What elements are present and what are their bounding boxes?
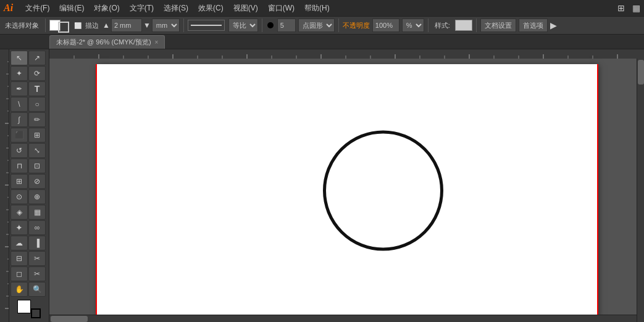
stroke-color-swatch[interactable]	[31, 308, 41, 318]
opacity-unit-select[interactable]: %	[402, 19, 424, 32]
stroke-style-select[interactable]: 等比	[228, 19, 258, 32]
perspective-btn[interactable]: ⊙	[10, 189, 28, 204]
tool-row-14: ⊟ ✂	[10, 251, 48, 266]
live-paint-btn[interactable]: ⊘	[28, 174, 46, 189]
menu-edit[interactable]: 编辑(E)	[54, 2, 89, 15]
point-input[interactable]	[277, 19, 296, 32]
shape-builder-btn[interactable]: ⊞	[10, 174, 28, 189]
tool-row-16: ✋ 🔍	[10, 282, 48, 297]
stroke-icon: ⬜	[74, 22, 82, 29]
color-section	[10, 300, 48, 318]
style-label: 样式:	[432, 21, 453, 30]
document-tab[interactable]: 未标题-2* @ 96% (CMYK/预览) ×	[49, 35, 165, 49]
opacity-label: 不透明度	[343, 21, 370, 30]
toolbar-more-btn[interactable]: ▶	[550, 20, 557, 30]
toolbox: ↖ ↗ ✦ ⟳ ✒ T \ ○ ∫ ✏ ⬛ ⊞	[9, 49, 49, 322]
stroke-up-arrow[interactable]: ▲	[102, 21, 110, 30]
circle-shape[interactable]	[323, 130, 443, 250]
tool-row-4: \ ○	[10, 97, 48, 112]
tool-row-10: ⊙ ⊕	[10, 189, 48, 204]
eyedropper-btn[interactable]: ✦	[10, 220, 28, 235]
magic-wand-btn[interactable]: ✦	[10, 66, 28, 81]
mesh-btn[interactable]: ⊕	[28, 189, 46, 204]
tool-row-1: ↖ ↗	[10, 51, 48, 65]
slice-btn[interactable]: ✂	[28, 251, 46, 266]
menu-window[interactable]: 窗口(W)	[263, 2, 299, 15]
shaper-btn[interactable]: ⊞	[28, 128, 46, 142]
scrollbar-thumb[interactable]	[638, 60, 644, 85]
tab-close-btn[interactable]: ×	[155, 39, 159, 46]
fill-color-swatch[interactable]	[17, 300, 31, 313]
tool-row-7: ↺ ⤡	[10, 143, 48, 158]
pencil-btn[interactable]: ✏	[28, 112, 46, 127]
vertical-scrollbar[interactable]	[637, 59, 644, 322]
type-btn[interactable]: T	[28, 81, 46, 96]
tool-row-9: ⊞ ⊘	[10, 174, 48, 189]
canvas-wrapper[interactable]	[49, 59, 644, 322]
no-selection-label: 未选择对象	[2, 21, 41, 30]
canvas-area[interactable]	[49, 49, 644, 322]
tool-row-11: ◈ ▦	[10, 205, 48, 220]
selection-tool-btn[interactable]: ↖	[10, 51, 28, 65]
lasso-btn[interactable]: ⟳	[28, 66, 46, 81]
horizontal-scrollbar[interactable]	[49, 315, 637, 322]
rotate-btn[interactable]: ↺	[10, 143, 28, 158]
free-transform-btn[interactable]: ⊡	[28, 159, 46, 173]
tool-row-5: ∫ ✏	[10, 112, 48, 127]
blob-brush-btn[interactable]: ⬛	[10, 128, 28, 142]
menu-file[interactable]: 文件(F)	[20, 2, 54, 15]
warp-btn[interactable]: ⊓	[10, 159, 28, 173]
sep1	[45, 19, 46, 32]
line-btn[interactable]: \	[10, 97, 28, 112]
sep2	[183, 19, 184, 32]
stroke-down-arrow[interactable]: ▼	[143, 21, 151, 30]
stroke-value-input[interactable]	[111, 19, 142, 32]
doc-settings-btn[interactable]: 文档设置	[480, 19, 516, 32]
artboard-btn[interactable]: ⊟	[10, 251, 28, 266]
chart-btn[interactable]: ▦	[28, 205, 46, 220]
stroke-unit-select[interactable]: mm px pt	[152, 19, 180, 32]
ellipse-btn[interactable]: ○	[28, 97, 46, 112]
menu-effect[interactable]: 效果(C)	[193, 2, 228, 15]
stroke-swatch[interactable]	[58, 22, 69, 33]
artboard-border-right	[597, 64, 598, 317]
eraser-btn[interactable]: ◻	[10, 266, 28, 281]
menu-object[interactable]: 对象(O)	[89, 2, 124, 15]
svg-rect-22	[49, 49, 644, 59]
gradient-btn[interactable]: ◈	[10, 205, 28, 220]
column-graph-btn[interactable]: ▐	[28, 236, 46, 250]
tool-row-3: ✒ T	[10, 81, 48, 96]
menu-view[interactable]: 视图(V)	[228, 2, 263, 15]
direct-selection-btn[interactable]: ↗	[28, 51, 46, 65]
main-area: ↖ ↗ ✦ ⟳ ✒ T \ ○ ∫ ✏ ⬛ ⊞	[0, 49, 644, 322]
symbol-btn[interactable]: ☁	[10, 236, 28, 250]
tab-label: 未标题-2* @ 96% (CMYK/预览)	[56, 38, 151, 47]
sep4	[338, 19, 339, 32]
menu-text[interactable]: 文字(T)	[125, 2, 159, 15]
title-bar: Ai 文件(F) 编辑(E) 对象(O) 文字(T) 选择(S) 效果(C) 视…	[0, 0, 644, 16]
tab-bar: 未标题-2* @ 96% (CMYK/预览) ×	[0, 35, 644, 49]
artboard	[97, 64, 597, 317]
svg-rect-0	[0, 49, 9, 322]
pen-btn[interactable]: ✒	[10, 81, 28, 96]
scale-btn[interactable]: ⤡	[28, 143, 46, 158]
hand-btn[interactable]: ✋	[10, 282, 28, 297]
tool-row-8: ⊓ ⊡	[10, 159, 48, 173]
color-swatches	[17, 300, 41, 318]
preferences-btn[interactable]: 首选项	[519, 19, 548, 32]
menu-help[interactable]: 帮助(H)	[299, 2, 335, 15]
workspace-btn[interactable]: ⊞	[617, 3, 625, 13]
layout-btn[interactable]: ▦	[632, 3, 640, 13]
scissors-btn[interactable]: ✂	[28, 266, 46, 281]
opacity-input[interactable]	[372, 19, 399, 32]
blend-btn[interactable]: ∞	[28, 220, 46, 235]
menu-select[interactable]: 选择(S)	[159, 2, 193, 15]
tool-row-15: ◻ ✂	[10, 266, 48, 281]
artboard-border-left	[96, 64, 97, 317]
tool-row-2: ✦ ⟳	[10, 66, 48, 81]
h-scrollbar-thumb[interactable]	[51, 316, 88, 322]
point-shape-select[interactable]: 点圆形	[298, 19, 335, 32]
horizontal-ruler	[49, 49, 644, 59]
paintbrush-btn[interactable]: ∫	[10, 112, 28, 127]
zoom-btn[interactable]: 🔍	[28, 282, 46, 297]
